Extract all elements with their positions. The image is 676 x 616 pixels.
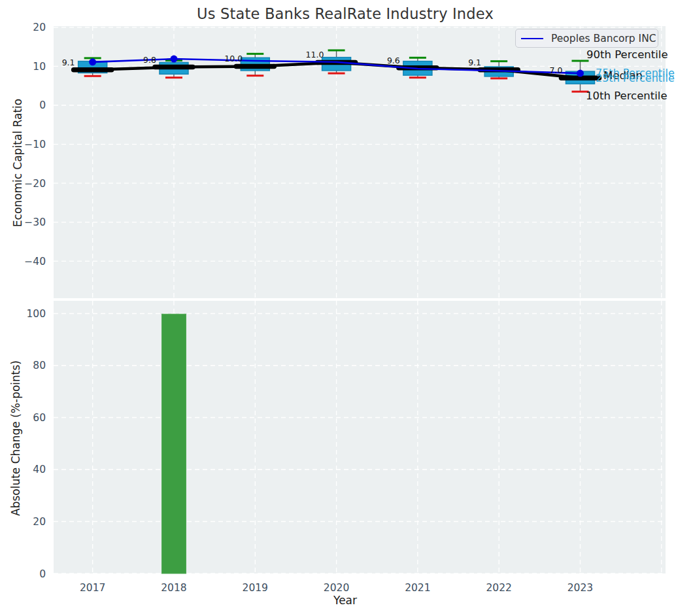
- x-tick-label: 2017: [80, 582, 105, 594]
- median-value-label: 9.8: [143, 55, 156, 65]
- median-value-label: 10.0: [224, 54, 243, 63]
- x-tick-label: 2022: [486, 582, 511, 594]
- legend-label: Peoples Bancorp INC: [551, 33, 656, 44]
- top-axes: 20100−10−20−30−409.19.810.011.09.69.17.0: [24, 22, 666, 298]
- annotation-10th-percentile: 10th Percentile: [586, 90, 668, 102]
- median-value-label: 9.1: [62, 58, 75, 67]
- top-y-tick-label: −30: [24, 216, 46, 228]
- x-tick-label: 2020: [324, 582, 349, 594]
- bottom-y-tick-label: 60: [33, 412, 46, 424]
- bottom-y-tick-label: 20: [33, 516, 46, 528]
- median-value-label: 9.6: [387, 56, 400, 65]
- x-axis-label: Year: [39, 594, 651, 607]
- x-tick-label: 2021: [405, 582, 430, 594]
- median-value-label: 11.0: [306, 50, 324, 60]
- annotation-90th-percentile: 90th Percentile: [586, 48, 668, 61]
- bottom-y-tick-label: 40: [33, 464, 46, 475]
- bottom-y-tick-label: 100: [26, 308, 46, 320]
- top-y-axis-label: Economic Capital Ratio: [11, 99, 24, 227]
- x-tick-label: 2023: [567, 582, 593, 594]
- chart-canvas: 20100−10−20−30−409.19.810.011.09.69.17.0…: [0, 0, 676, 616]
- company-marker: [89, 58, 96, 65]
- bottom-y-tick-label: 0: [39, 568, 46, 580]
- company-marker: [170, 56, 177, 63]
- top-y-tick-label: 10: [33, 61, 46, 73]
- x-tick-label: 2018: [161, 582, 186, 594]
- top-y-tick-label: 20: [33, 22, 46, 33]
- legend: Peoples Bancorp INC: [515, 29, 658, 48]
- x-tick-label: 2019: [243, 582, 268, 594]
- top-y-tick-label: −40: [24, 256, 46, 267]
- annotation-25th-percentile: 25th Percentile: [596, 72, 675, 84]
- chart-title: Us State Banks RealRate Industry Index: [39, 5, 651, 22]
- bottom-y-axis-label: Absolute Change (%-points): [9, 360, 22, 516]
- bottom-y-tick-label: 80: [33, 360, 46, 371]
- top-y-tick-label: −20: [24, 178, 46, 190]
- bottom-axes: 0204060801002017201820192020202120222023: [26, 301, 666, 594]
- top-y-tick-label: 0: [39, 99, 46, 111]
- top-y-tick-label: −10: [24, 139, 46, 150]
- realrate-industry-index-figure: 20100−10−20−30−409.19.810.011.09.69.17.0…: [0, 0, 676, 616]
- median-value-label: 9.1: [468, 58, 481, 67]
- legend-line-sample: [521, 38, 543, 39]
- bar-2018: [161, 314, 186, 573]
- median-value-label: 7.0: [549, 65, 562, 75]
- company-marker: [577, 70, 584, 77]
